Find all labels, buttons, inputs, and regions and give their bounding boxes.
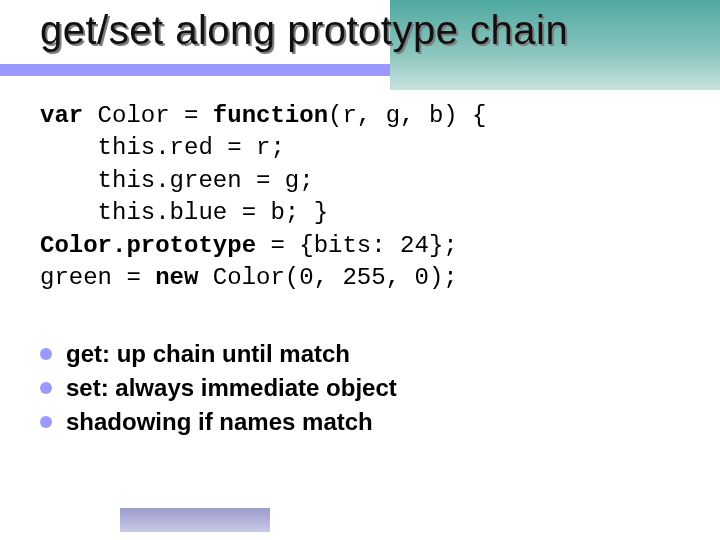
bullet-icon	[40, 348, 52, 360]
list-item: shadowing if names match	[40, 408, 397, 436]
bullet-bold: get: up chain until match	[66, 340, 350, 367]
bullet-list: get: up chain until match set: always im…	[40, 340, 397, 442]
bullet-bold: shadowing if names match	[66, 408, 373, 435]
list-item: get: up chain until match	[40, 340, 397, 368]
bullet-icon	[40, 382, 52, 394]
code-kw-function: function	[213, 102, 328, 129]
code-bold: Color.prototype	[40, 232, 256, 259]
code-text: Color(0, 255, 0);	[198, 264, 457, 291]
code-block: var Color = function(r, g, b) { this.red…	[40, 100, 487, 294]
list-item: set: always immediate object	[40, 374, 397, 402]
code-text: green =	[40, 264, 155, 291]
code-text: (r, g, b) {	[328, 102, 486, 129]
code-kw-var: var	[40, 102, 83, 129]
slide-title: get/set along prototype chain	[40, 8, 720, 53]
code-text: Color =	[83, 102, 213, 129]
bullet-icon	[40, 416, 52, 428]
code-line: this.red = r;	[40, 134, 285, 161]
code-line: this.green = g;	[40, 167, 314, 194]
code-line: this.blue = b; }	[40, 199, 328, 226]
code-text: = {bits: 24};	[256, 232, 458, 259]
bullet-bold: set: always immediate object	[66, 374, 397, 401]
title-underline	[0, 64, 390, 76]
code-kw-new: new	[155, 264, 198, 291]
footer-accent-bar	[120, 508, 270, 532]
